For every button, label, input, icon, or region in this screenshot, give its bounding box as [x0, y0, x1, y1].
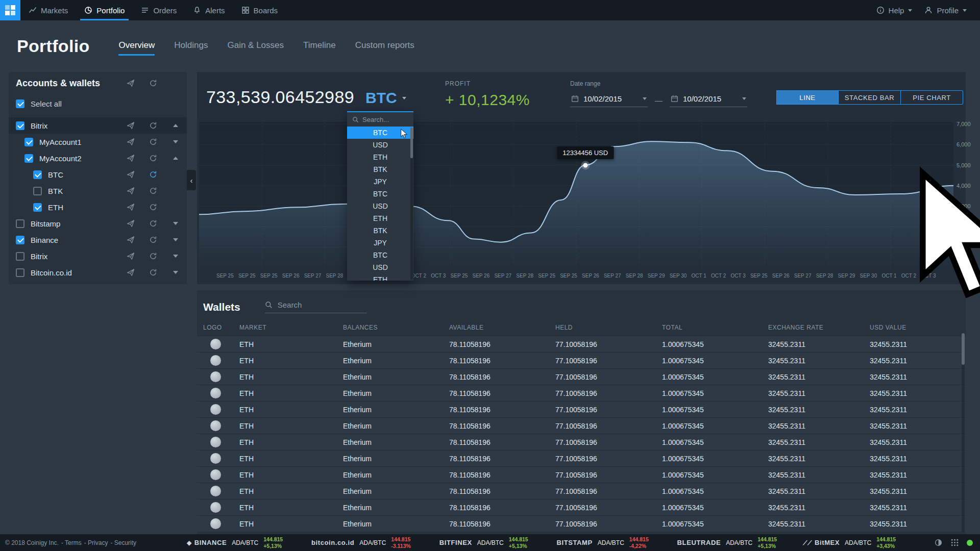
account-checkbox[interactable] — [24, 138, 33, 146]
send-icon[interactable] — [127, 187, 135, 195]
wallet-row[interactable]: ETH Etherium 78.11058196 77.10058196 1.0… — [197, 499, 966, 515]
currency-option[interactable]: BTK — [347, 163, 413, 176]
dropdown-scrollbar[interactable] — [410, 128, 413, 280]
send-icon[interactable] — [127, 236, 135, 244]
send-icon[interactable] — [127, 79, 135, 87]
wallet-row[interactable]: ETH Etherium 78.11058196 77.10058196 1.0… — [197, 385, 966, 401]
currency-option[interactable]: ETH — [347, 151, 413, 163]
account-row[interactable]: Bitcoin.co.id — [9, 264, 187, 281]
wallets-scrollbar[interactable] — [962, 333, 965, 532]
refresh-icon[interactable] — [149, 154, 157, 162]
nav-item-alerts[interactable]: Alerts — [185, 0, 233, 20]
chevron-icon[interactable] — [172, 140, 180, 143]
refresh-icon[interactable] — [149, 268, 157, 277]
ticker-item[interactable]: bitcoin.co.id ADA/BTC 144.815 -3.113% — [309, 536, 411, 548]
ticker-item[interactable]: BLEUTRADE ADA/BTC 144.815 +5,13% — [675, 536, 777, 548]
wallets-search[interactable] — [265, 300, 367, 313]
refresh-icon[interactable] — [149, 170, 157, 179]
select-all-checkbox[interactable] — [16, 99, 24, 108]
chevron-icon[interactable] — [172, 222, 180, 225]
wallet-row[interactable]: ETH Etherium 78.11058196 77.10058196 1.0… — [197, 434, 966, 450]
page-tab[interactable]: Overview — [118, 37, 155, 56]
wallet-row[interactable]: ETH Etherium 78.11058196 77.10058196 1.0… — [197, 466, 966, 483]
ticker-item[interactable]: BITFINEX ADA/BTC 144.815 +5,13% — [437, 536, 528, 548]
chart-mode-button[interactable]: LINE — [776, 90, 839, 105]
sidebar-collapse-handle[interactable]: ‹ — [187, 170, 196, 190]
currency-option[interactable]: ETH — [347, 273, 413, 281]
send-icon[interactable] — [127, 252, 135, 260]
currency-option[interactable]: USD — [347, 261, 413, 273]
currency-option[interactable]: BTC — [347, 127, 413, 139]
help-menu[interactable]: Help — [870, 6, 919, 15]
dropdown-search[interactable] — [347, 112, 413, 127]
chevron-icon[interactable] — [172, 157, 180, 160]
currency-option[interactable]: JPY — [347, 237, 413, 249]
account-row[interactable]: ETH — [9, 199, 187, 215]
account-row[interactable]: Binance — [9, 232, 187, 248]
currency-option[interactable]: BTC — [347, 249, 413, 261]
currency-option[interactable]: ETH — [347, 212, 413, 224]
ticker-item[interactable]: ⟋⟋ BitMEX ADA/BTC 144.815 +3,43% — [803, 536, 896, 548]
page-tab[interactable]: Holdings — [174, 37, 208, 56]
wallet-row[interactable]: ETH Etherium 78.11058196 77.10058196 1.0… — [197, 483, 966, 499]
account-row[interactable]: BTC — [9, 166, 187, 183]
page-tab[interactable]: Gain & Losses — [227, 37, 284, 56]
footer-link-terms[interactable]: Terms — [61, 539, 82, 546]
account-checkbox[interactable] — [16, 236, 24, 244]
page-tab[interactable]: Custom reports — [355, 37, 414, 56]
refresh-icon[interactable] — [149, 138, 157, 146]
footer-link-privacy[interactable]: Privacy — [84, 539, 108, 546]
chart-mode-button[interactable]: PIE CHART — [901, 90, 963, 105]
app-logo[interactable] — [0, 0, 20, 20]
refresh-icon[interactable] — [149, 79, 157, 87]
wallet-row[interactable]: ETH Etherium 78.11058196 77.10058196 1.0… — [197, 515, 966, 532]
account-checkbox[interactable] — [16, 252, 24, 261]
account-checkbox[interactable] — [16, 219, 24, 228]
select-all-row[interactable]: Select all — [9, 94, 187, 113]
nav-item-boards[interactable]: Boards — [233, 0, 286, 20]
chevron-icon[interactable] — [172, 124, 180, 127]
chevron-icon[interactable] — [172, 271, 180, 274]
send-icon[interactable] — [127, 154, 135, 162]
dropdown-search-input[interactable] — [362, 116, 408, 123]
account-row[interactable]: BTK — [9, 183, 187, 199]
currency-option[interactable]: USD — [347, 200, 413, 212]
refresh-icon[interactable] — [149, 187, 157, 195]
account-checkbox[interactable] — [16, 121, 24, 130]
footer-link-security[interactable]: Security — [110, 539, 136, 546]
send-icon[interactable] — [127, 121, 135, 130]
currency-option[interactable]: BTC — [347, 188, 413, 200]
wallet-row[interactable]: ETH Etherium 78.11058196 77.10058196 1.0… — [197, 336, 966, 352]
dropdown-scrollbar-thumb[interactable] — [410, 128, 413, 158]
apps-grid-icon[interactable] — [950, 538, 959, 547]
currency-option[interactable]: BTK — [347, 224, 413, 237]
send-icon[interactable] — [127, 138, 135, 146]
account-row[interactable]: MyAccount2 — [9, 150, 187, 166]
wallet-row[interactable]: ETH Etherium 78.11058196 77.10058196 1.0… — [197, 368, 966, 385]
account-row[interactable]: Bitstamp — [9, 215, 187, 232]
send-icon[interactable] — [127, 203, 135, 211]
account-row[interactable]: Bitrix — [9, 117, 187, 134]
currency-option[interactable]: USD — [347, 139, 413, 151]
nav-item-portfolio[interactable]: Portfolio — [76, 0, 133, 20]
account-checkbox[interactable] — [33, 187, 42, 195]
wallet-row[interactable]: ETH Etherium 78.11058196 77.10058196 1.0… — [197, 450, 966, 466]
account-checkbox[interactable] — [24, 154, 33, 163]
account-checkbox[interactable] — [33, 203, 42, 212]
wallets-scrollbar-thumb[interactable] — [962, 333, 965, 365]
wallets-search-input[interactable] — [278, 300, 367, 309]
nav-item-markets[interactable]: Markets — [20, 0, 76, 20]
date-to-input[interactable]: 10/02/2015 — [670, 93, 747, 107]
wallet-row[interactable]: ETH Etherium 78.11058196 77.10058196 1.0… — [197, 352, 966, 368]
refresh-icon[interactable] — [149, 252, 157, 260]
send-icon[interactable] — [127, 219, 135, 228]
nav-item-orders[interactable]: Orders — [133, 0, 185, 20]
portfolio-area-chart[interactable]: 12334456 USD — [199, 122, 953, 269]
refresh-icon[interactable] — [149, 121, 157, 130]
page-tab[interactable]: Timeline — [303, 37, 336, 56]
wallet-row[interactable]: ETH Etherium 78.11058196 77.10058196 1.0… — [197, 401, 966, 417]
wallet-row[interactable]: ETH Etherium 78.11058196 77.10058196 1.0… — [197, 417, 966, 434]
chevron-icon[interactable] — [172, 255, 180, 258]
refresh-icon[interactable] — [149, 203, 157, 211]
send-icon[interactable] — [127, 170, 135, 179]
